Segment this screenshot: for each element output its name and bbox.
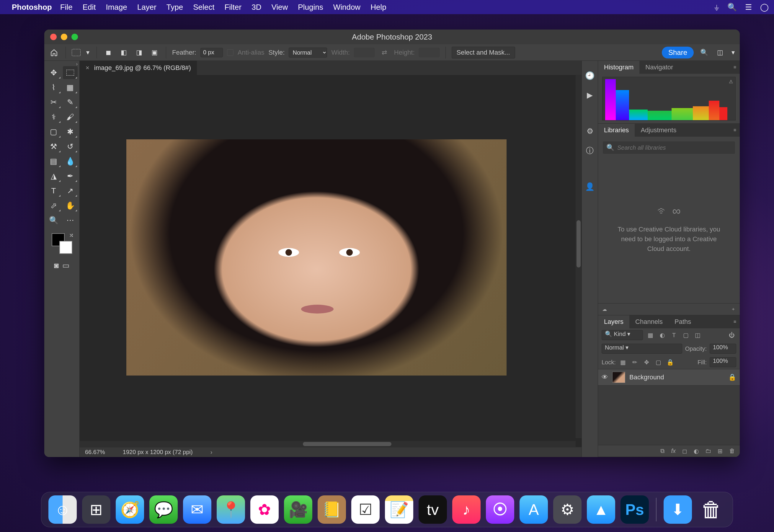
link-layers-icon[interactable]: ⧉	[660, 448, 664, 454]
select-and-mask-button[interactable]: Select and Mask...	[452, 47, 515, 58]
pen-tool[interactable]: ✒	[63, 169, 78, 182]
libraries-search-input[interactable]	[617, 144, 731, 151]
spotlight-icon[interactable]: 🔍	[727, 3, 737, 12]
menu-file[interactable]: File	[60, 3, 73, 12]
layer-mask-icon[interactable]: ◻	[682, 448, 687, 455]
swap-colors-icon[interactable]: ⤭	[69, 232, 74, 239]
delete-layer-icon[interactable]: 🗑	[729, 448, 735, 454]
tab-adjustments[interactable]: Adjustments	[635, 124, 682, 137]
tab-close-icon[interactable]: ×	[86, 64, 89, 72]
lock-pixels-icon[interactable]: ▦	[619, 358, 628, 367]
direct-selection-tool[interactable]: ⬀	[46, 199, 61, 212]
feather-input[interactable]	[200, 48, 223, 57]
lock-move-icon[interactable]: ✥	[642, 358, 651, 367]
layer-visibility-icon[interactable]: 👁	[602, 373, 608, 381]
workspace-icon[interactable]: ◫	[714, 47, 726, 58]
cloud-sync-icon[interactable]: ☁	[602, 306, 607, 312]
fill-input[interactable]: 100%	[710, 357, 736, 367]
menu-help[interactable]: Help	[370, 3, 386, 12]
layer-row[interactable]: 👁 Background 🔒	[598, 369, 740, 386]
dock-settings[interactable]: ⚙	[553, 495, 582, 524]
menubar-app-name[interactable]: Photoshop	[12, 3, 52, 12]
layers-panel-menu-icon[interactable]: ≡	[730, 315, 740, 328]
dock-facetime[interactable]: 🎥	[284, 495, 312, 524]
new-selection-icon[interactable]: ◼	[103, 47, 114, 58]
dock-contacts[interactable]: 📒	[318, 495, 346, 524]
menu-type[interactable]: Type	[166, 3, 183, 12]
info-panel-icon[interactable]: ⓘ	[584, 145, 596, 156]
rectangular-marquee-tool[interactable]	[63, 66, 78, 79]
content-aware-move-tool[interactable]: ✱	[63, 125, 78, 138]
histogram-warning-icon[interactable]: ⚠	[729, 79, 733, 84]
menu-view[interactable]: View	[271, 3, 288, 12]
dock-reminders[interactable]: ☑	[351, 495, 380, 524]
libraries-panel-menu-icon[interactable]: ≡	[730, 124, 740, 137]
dock-photos[interactable]: ✿	[250, 495, 279, 524]
layer-fx-icon[interactable]: fx	[671, 448, 676, 454]
dock-appstore[interactable]: A	[520, 495, 548, 524]
menu-image[interactable]: Image	[106, 3, 127, 12]
status-flyout-icon[interactable]: ›	[210, 449, 213, 456]
layer-filter-type[interactable]: 🔍 Kind ▾	[602, 330, 643, 340]
lasso-tool[interactable]: ⌇	[46, 81, 61, 94]
dock-safari[interactable]: 🧭	[116, 495, 144, 524]
spot-healing-tool[interactable]: ⚕	[46, 110, 61, 123]
dodge-tool[interactable]: ◮	[46, 169, 61, 182]
layer-thumbnail[interactable]	[612, 372, 625, 383]
siri-icon[interactable]: ◯	[760, 3, 769, 12]
menu-edit[interactable]: Edit	[83, 3, 96, 12]
filter-shape-icon[interactable]: ▢	[681, 331, 690, 340]
dock-trash[interactable]: 🗑	[697, 495, 726, 524]
tool-preset-chevron-icon[interactable]: ▾	[85, 47, 91, 58]
character-panel-icon[interactable]: 👤	[584, 181, 596, 192]
opacity-input[interactable]: 100%	[710, 344, 736, 354]
properties-panel-icon[interactable]: ⚙	[584, 125, 596, 137]
layer-name[interactable]: Background	[629, 373, 664, 381]
filter-toggle-icon[interactable]: ⏻	[727, 331, 736, 340]
search-icon[interactable]: 🔍	[698, 47, 710, 58]
new-layer-icon[interactable]: ⊞	[718, 448, 723, 455]
dock-podcasts[interactable]: ⦿	[486, 495, 514, 524]
lock-artboard-icon[interactable]: ▢	[654, 358, 663, 367]
crop-tool[interactable]: ✂	[46, 96, 61, 109]
dock-peaks-app[interactable]: ▲	[587, 495, 615, 524]
dock-launchpad[interactable]: ⊞	[82, 495, 110, 524]
tab-paths[interactable]: Paths	[669, 315, 697, 328]
quick-mask-icon[interactable]: ◙	[54, 261, 59, 270]
new-group-icon[interactable]: 🗀	[705, 448, 711, 454]
lock-all-icon[interactable]: 🔒	[666, 358, 675, 367]
dock-photoshop[interactable]: Ps	[620, 495, 649, 524]
horizontal-scrollbar[interactable]	[80, 441, 576, 447]
libraries-search[interactable]: 🔍	[603, 141, 735, 154]
filter-pixel-icon[interactable]: ▦	[646, 331, 655, 340]
dock-mail[interactable]: ✉	[183, 495, 211, 524]
type-tool[interactable]: T	[46, 184, 61, 197]
subtract-selection-icon[interactable]: ◨	[133, 47, 145, 58]
histogram-panel-menu-icon[interactable]: ≡	[730, 61, 740, 74]
menu-filter[interactable]: Filter	[224, 3, 241, 12]
hand-tool[interactable]: ✋	[63, 199, 78, 212]
new-library-icon[interactable]: ＋	[731, 306, 736, 312]
dock-tv[interactable]: tv	[419, 495, 447, 524]
dock-messages[interactable]: 💬	[149, 495, 178, 524]
tab-navigator[interactable]: Navigator	[639, 61, 679, 74]
zoom-tool[interactable]: 🔍	[46, 214, 61, 227]
filter-type-icon[interactable]: T	[670, 331, 678, 340]
eyedropper-tool[interactable]: ✎	[63, 96, 78, 109]
dock-music[interactable]: ♪	[452, 495, 481, 524]
document-info[interactable]: 1920 px x 1200 px (72 ppi)	[123, 449, 193, 456]
edit-toolbar[interactable]: ⋯	[63, 214, 78, 227]
style-select[interactable]: Normal	[289, 48, 327, 58]
filter-smart-icon[interactable]: ◫	[693, 331, 702, 340]
history-brush-tool[interactable]: ↺	[63, 140, 78, 153]
home-icon[interactable]	[48, 47, 60, 58]
canvas-viewport[interactable]	[80, 75, 582, 447]
menu-window[interactable]: Window	[333, 3, 360, 12]
dock-maps[interactable]: 📍	[217, 495, 245, 524]
tab-histogram[interactable]: Histogram	[598, 61, 639, 74]
tab-libraries[interactable]: Libraries	[598, 124, 635, 137]
menu-layer[interactable]: Layer	[137, 3, 156, 12]
actions-panel-icon[interactable]: ▶	[584, 89, 596, 101]
vertical-scrollbar[interactable]	[576, 75, 582, 438]
tab-channels[interactable]: Channels	[629, 315, 669, 328]
